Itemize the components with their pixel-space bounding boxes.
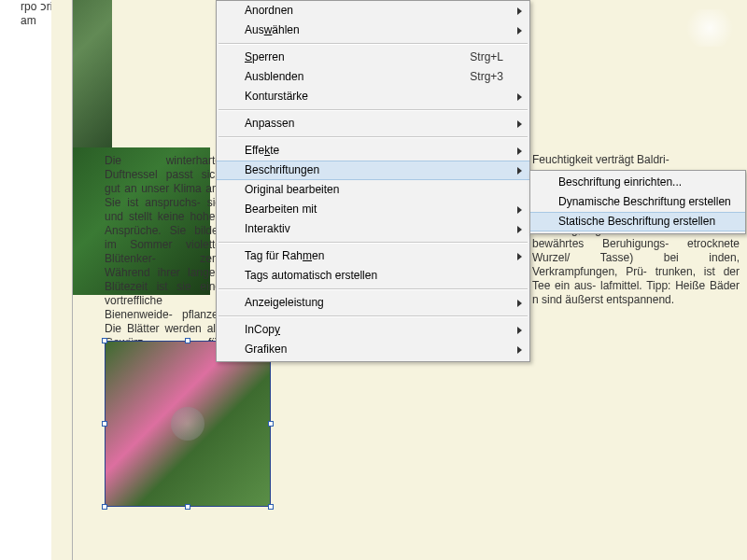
selection-handle-n[interactable] bbox=[185, 338, 190, 343]
menu-label: Effekte bbox=[245, 144, 279, 157]
menu-item-beschriftungen[interactable]: Beschriftungen bbox=[217, 161, 529, 180]
menu-label: Original bearbeiten bbox=[245, 183, 339, 196]
menu-item-grafiken[interactable]: Grafiken bbox=[217, 340, 529, 359]
menu-separator bbox=[218, 288, 528, 290]
menu-separator bbox=[218, 43, 528, 45]
menu-item-auswaehlen[interactable]: Auswählen bbox=[217, 21, 529, 40]
menu-separator bbox=[218, 109, 528, 111]
submenu-arrow-icon bbox=[517, 93, 522, 101]
menu-label: Tag für Rahmen bbox=[245, 249, 324, 262]
menu-item-sperren[interactable]: SperrenStrg+L bbox=[217, 48, 529, 67]
ruler-vertical: rpo ɔris am bbox=[0, 0, 52, 560]
submenu-item-einrichten[interactable]: Beschriftung einrichten... bbox=[530, 173, 745, 192]
submenu-item-statische[interactable]: Statische Beschriftung erstellen bbox=[530, 212, 745, 231]
menu-label: Anzeigeleistung bbox=[245, 296, 324, 309]
menu-label: Beschriftungen bbox=[245, 163, 319, 176]
menu-item-anzeigeleistung[interactable]: Anzeigeleistung bbox=[217, 293, 529, 313]
submenu-beschriftungen: Beschriftung einrichten... Dynamische Be… bbox=[529, 170, 746, 234]
selection-handle-s[interactable] bbox=[185, 504, 190, 510]
menu-item-anpassen[interactable]: Anpassen bbox=[217, 114, 529, 133]
menu-label: Beschriftung einrichten... bbox=[558, 175, 682, 189]
selection-handle-e[interactable] bbox=[268, 421, 274, 427]
menu-label: Auswählen bbox=[245, 23, 300, 36]
submenu-arrow-icon bbox=[517, 327, 522, 334]
menu-item-tag-fuer-rahmen[interactable]: Tag für Rahmen bbox=[217, 246, 529, 266]
menu-item-tags-auto[interactable]: Tags automatisch erstellen bbox=[217, 266, 529, 286]
menu-label: Tags automatisch erstellen bbox=[245, 269, 377, 282]
menu-item-anordnen[interactable]: Anordnen bbox=[217, 1, 529, 21]
selection-handle-sw[interactable] bbox=[102, 504, 107, 510]
menu-label: Anordnen bbox=[245, 4, 293, 17]
content-grabber-icon[interactable] bbox=[171, 407, 204, 441]
selection-handle-w[interactable] bbox=[102, 421, 107, 427]
menu-item-konturstaerke[interactable]: Konturstärke bbox=[217, 87, 529, 106]
submenu-arrow-icon bbox=[517, 226, 522, 233]
menu-separator bbox=[218, 315, 528, 317]
submenu-arrow-icon bbox=[517, 7, 522, 15]
menu-label: InCopy bbox=[245, 323, 280, 336]
menu-separator bbox=[218, 242, 528, 244]
submenu-arrow-icon bbox=[517, 300, 522, 307]
submenu-arrow-icon bbox=[517, 147, 522, 155]
menu-label: Konturstärke bbox=[245, 90, 308, 103]
submenu-item-dynamische[interactable]: Dynamische Beschriftung erstellen bbox=[530, 192, 745, 212]
menu-label: Grafiken bbox=[245, 343, 287, 356]
menu-label: Dynamische Beschriftung erstellen bbox=[558, 195, 731, 208]
submenu-arrow-icon bbox=[517, 167, 522, 175]
menu-shortcut: Strg+L bbox=[470, 48, 503, 67]
menu-label: Anpassen bbox=[245, 117, 294, 130]
menu-item-interaktiv[interactable]: Interaktiv bbox=[217, 219, 529, 239]
menu-label: Bearbeiten mit bbox=[245, 203, 317, 216]
menu-label: Ausblenden bbox=[245, 70, 303, 83]
menu-separator bbox=[218, 136, 528, 138]
menu-item-incopy[interactable]: InCopy bbox=[217, 320, 529, 340]
context-menu: Anordnen Auswählen SperrenStrg+L Ausblen… bbox=[216, 0, 530, 362]
menu-label: Statische Beschriftung erstellen bbox=[558, 215, 715, 228]
menu-item-bearbeiten-mit[interactable]: Bearbeiten mit bbox=[217, 200, 529, 219]
page-gutter bbox=[51, 0, 73, 560]
submenu-arrow-icon bbox=[517, 27, 522, 35]
image-selected[interactable] bbox=[105, 341, 271, 507]
menu-label: Interaktiv bbox=[245, 222, 290, 235]
submenu-arrow-icon bbox=[517, 253, 522, 260]
submenu-arrow-icon bbox=[517, 206, 522, 214]
menu-item-ausblenden[interactable]: AusblendenStrg+3 bbox=[217, 67, 529, 87]
submenu-arrow-icon bbox=[517, 346, 522, 354]
document-canvas: rpo ɔris am Die winterharte Duftnessel p… bbox=[0, 0, 747, 560]
menu-shortcut: Strg+3 bbox=[470, 67, 503, 87]
menu-item-original-bearbeiten[interactable]: Original bearbeiten bbox=[217, 180, 529, 200]
submenu-arrow-icon bbox=[517, 120, 522, 128]
selection-handle-nw[interactable] bbox=[102, 338, 107, 343]
menu-item-effekte[interactable]: Effekte bbox=[217, 141, 529, 161]
selection-handle-se[interactable] bbox=[268, 504, 274, 510]
menu-label: Sperren bbox=[245, 50, 285, 63]
